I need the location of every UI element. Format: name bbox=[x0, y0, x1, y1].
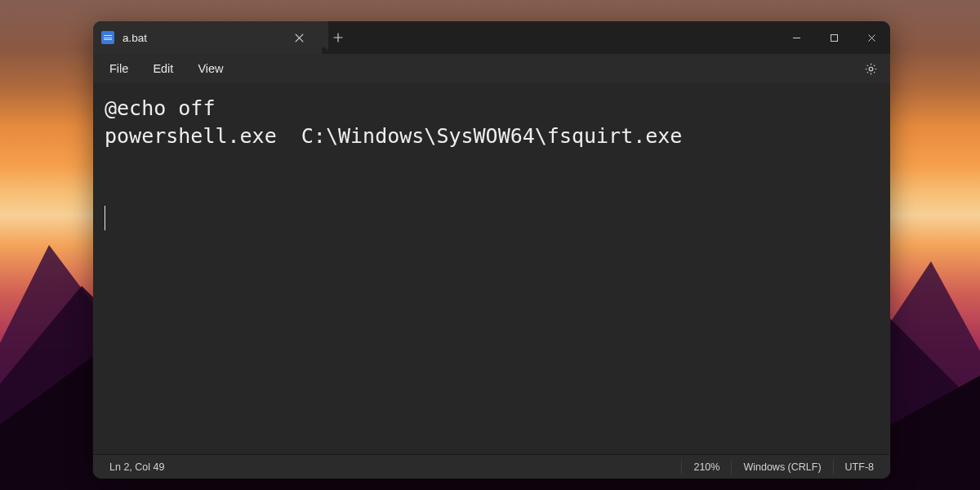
status-encoding[interactable]: UTF-8 bbox=[834, 455, 885, 479]
gear-icon bbox=[864, 62, 878, 76]
text-editor[interactable]: @echo off powershell.exe C:\Windows\SysW… bbox=[93, 83, 890, 454]
text-caret bbox=[105, 206, 105, 230]
editor-line: @echo off bbox=[105, 96, 215, 120]
maximize-button[interactable] bbox=[815, 21, 853, 54]
menubar: File Edit View bbox=[93, 54, 890, 83]
menu-view[interactable]: View bbox=[188, 59, 233, 78]
window-controls bbox=[777, 21, 890, 54]
status-position: Ln 2, Col 49 bbox=[98, 455, 176, 479]
svg-rect-3 bbox=[831, 34, 837, 41]
status-zoom[interactable]: 210% bbox=[682, 455, 731, 479]
settings-button[interactable] bbox=[858, 57, 884, 80]
svg-point-4 bbox=[869, 67, 873, 71]
statusbar: Ln 2, Col 49 210% Windows (CRLF) UTF-8 bbox=[93, 454, 890, 479]
document-tab[interactable]: a.bat bbox=[93, 21, 322, 54]
close-tab-button[interactable] bbox=[287, 26, 310, 49]
minimize-button[interactable] bbox=[777, 21, 815, 54]
document-icon bbox=[101, 31, 114, 44]
notepad-window: a.bat File Edit View bbox=[93, 21, 890, 479]
close-window-button[interactable] bbox=[853, 21, 890, 54]
titlebar-drag-region[interactable] bbox=[354, 21, 777, 54]
titlebar[interactable]: a.bat bbox=[93, 21, 890, 54]
menu-file[interactable]: File bbox=[100, 59, 138, 78]
tab-title: a.bat bbox=[122, 32, 279, 44]
menu-edit[interactable]: Edit bbox=[143, 59, 183, 78]
editor-line: powershell.exe C:\Windows\SysWOW64\fsqui… bbox=[105, 124, 682, 148]
status-line-ending[interactable]: Windows (CRLF) bbox=[732, 455, 832, 479]
